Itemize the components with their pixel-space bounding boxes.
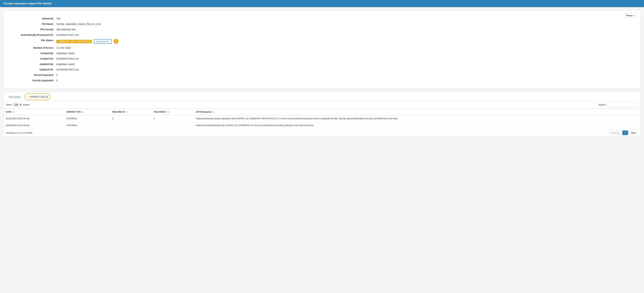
entries-label: entries [23,103,30,106]
cell-file-row: 1 [152,115,194,122]
created-by-row: Created By: Angelique Juarez [9,50,635,56]
badge-circle: 8 [114,39,118,44]
updated-on-label: Updated On: [9,68,56,71]
file-name-label: File Name: [9,23,56,25]
tab-records[interactable]: RECORDS [6,94,24,100]
faculty-separated-label: Faculty Separated: [9,79,56,82]
sort-icon-file-row: ⇅ [168,111,169,113]
table-footer: Showing 1 to 2 of 2 entries Previous 1 N… [4,129,640,137]
table-header-row: DATE ⇅ ERROR TYPE ⇅ RECORD ID ⇅ FILE ROW… [4,109,640,115]
cell-record-id: 2 [110,115,152,122]
updated-on-value: 01/26/2023 09:27 am [56,68,635,71]
cell-error-type: INTERNAL [64,122,110,129]
table-row: 01/26/2023 09:27:04 am INTERNAL 2 1 Fail… [4,115,640,122]
info-table: Upload ID: 793 File Name: Faculty_Separa… [9,16,635,83]
sort-icon-record-id: ⇅ [126,111,127,113]
cell-attn-required: Failed processing faculty with UCPATH_ID… [194,122,640,129]
created-on-row: Created On: 01/26/2023 09:22 am [9,56,635,61]
auto-processed-label: Automatically Processed On: [9,33,56,36]
updated-by-label: Updated By: [9,63,56,65]
col-attn-required: ATTN Required ⇅ [194,109,640,115]
download-button[interactable]: Download ⬇ [94,39,112,44]
upload-id-row: Upload ID: 793 [9,16,635,21]
sort-icon-attn: ⇅ [213,111,214,113]
faculty-separated-value: 0 [56,79,635,82]
sort-icon-error-type: ⇅ [82,111,84,113]
file-format-label: File Format: [9,28,56,31]
num-errors-label: Number of Errors: [9,46,56,49]
cell-record-id [110,122,152,129]
file-format-value: Tab Delimited Text [56,28,635,31]
upload-id-value: 793 [56,17,635,20]
num-errors-row: Number of Errors: 2 (1 file rows) [9,45,635,50]
page-header: Faculty-separation Ingest File Details [0,0,644,7]
created-on-label: Created On: [9,57,56,60]
records-imported-value: 0 [56,74,635,76]
faculty-separated-row: Faculty Separated: 0 [9,78,635,83]
auto-processed-value: 01/26/2023 09:27 am [56,33,635,36]
sort-icon-date: ⇅ [13,111,14,113]
cell-attn-required: Failed processing faculty separation wit… [194,115,640,122]
col-record-id: RECORD ID ⇅ [110,109,152,115]
col-file-row: FILE ROW # ⇅ [152,109,194,115]
show-label: Show [6,103,12,106]
updated-by-value: Angelique Juarez [56,63,635,65]
showing-text: Showing 1 to 2 of 2 entries [6,132,32,134]
entries-select[interactable]: 100 10 25 50 [13,103,22,107]
cell-date: 01/26/2023 09:27:04 am [4,122,64,129]
page-1-button[interactable]: 1 [622,130,628,135]
table-row: 01/26/2023 09:27:04 am INTERNAL Failed p… [4,122,640,129]
pagination: Previous 1 Next [608,130,638,135]
return-button[interactable]: Return → [624,13,638,18]
created-on-value: 01/26/2023 09:22 am [56,57,635,60]
created-by-label: Created By: [9,52,56,55]
main-card: Return → Upload ID: 793 File Name: Facul… [4,10,640,88]
upload-id-label: Upload ID: [9,17,56,20]
error-log-table: DATE ⇅ ERROR TYPE ⇅ RECORD ID ⇅ FILE ROW… [4,109,640,129]
tab-error-log-label: ERROR LOG (2) [30,95,48,98]
status-badge: COMPLETE_WITH_EXCEPTIONS [56,40,92,43]
file-name-row: File Name: Faculty_Separation_Import_Tes… [9,21,635,27]
file-status-row: File Status: COMPLETE_WITH_EXCEPTIONS Do… [9,38,635,45]
previous-button[interactable]: Previous [608,130,622,135]
records-imported-row: Record Imported: 0 [9,72,635,78]
created-by-value: Angelique Juarez [56,52,635,55]
num-errors-value: 2 (1 file rows) [56,46,635,49]
file-status-value: COMPLETE_WITH_EXCEPTIONS Download ⬇ 8 [56,39,635,44]
page-title: Faculty-separation Ingest File Details [4,2,52,5]
file-name-value: Faculty_Separation_Import_Test_AJ_2.txt [56,23,635,25]
tabs-bar: RECORDS ⚠ ERROR LOG (2) [4,92,640,101]
table-controls: Show 100 10 25 50 entries Search: [4,101,640,109]
updated-on-row: Updated On: 01/26/2023 09:27 am [9,67,635,72]
warning-icon: ⚠ [27,95,29,98]
tab-error-log[interactable]: ⚠ ERROR LOG (2) [24,93,50,100]
cell-file-row [152,122,194,129]
file-status-label: File Status: [9,39,56,42]
updated-by-row: Updated By: Angelique Juarez [9,61,635,67]
search-box: Search: [598,103,638,107]
search-input[interactable] [607,103,638,107]
auto-processed-row: Automatically Processed On: 01/26/2023 0… [9,32,635,38]
show-entries-control: Show 100 10 25 50 entries [6,103,30,107]
file-format-row: File Format: Tab Delimited Text [9,27,635,32]
col-error-type: ERROR TYPE ⇅ [64,109,110,115]
search-label: Search: [598,103,606,106]
table-body: 01/26/2023 09:27:04 am INTERNAL 2 1 Fail… [4,115,640,129]
cell-error-type: INTERNAL [64,115,110,122]
records-imported-label: Record Imported: [9,74,56,76]
col-date: DATE ⇅ [4,109,64,115]
next-button[interactable]: Next [629,130,638,135]
cell-date: 01/26/2023 09:27:04 am [4,115,64,122]
